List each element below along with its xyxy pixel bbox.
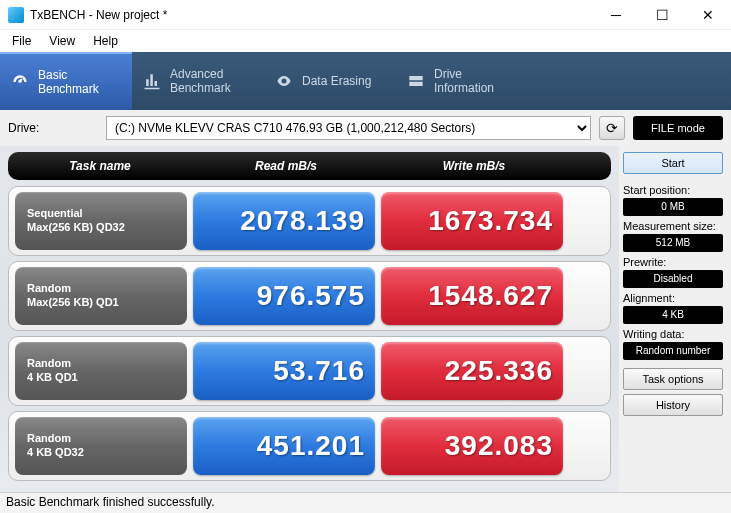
titlebar: TxBENCH - New project * ─ ☐ ✕ [0,0,731,30]
start-position-label: Start position: [623,184,723,196]
task-cell[interactable]: Random4 KB QD32 [15,417,187,475]
writing-data-value[interactable]: Random number [623,342,723,360]
refresh-button[interactable]: ⟳ [599,116,625,140]
drive-icon [406,71,426,91]
alignment-value[interactable]: 4 KB [623,306,723,324]
table-row: SequentialMax(256 KB) QD32 2078.139 1673… [8,186,611,256]
status-bar: Basic Benchmark finished successfully. [0,492,731,513]
task-cell[interactable]: Random4 KB QD1 [15,342,187,400]
prewrite-value[interactable]: Disabled [623,270,723,288]
measurement-size-value[interactable]: 512 MB [623,234,723,252]
tab-label: Information [434,81,494,95]
write-value: 225.336 [381,342,563,400]
writing-data-label: Writing data: [623,328,723,340]
menu-file[interactable]: File [4,32,39,50]
task-cell[interactable]: SequentialMax(256 KB) QD32 [15,192,187,250]
write-value: 1548.627 [381,267,563,325]
read-value: 2078.139 [193,192,375,250]
minimize-button[interactable]: ─ [593,0,639,29]
tab-label: Benchmark [38,82,99,96]
tab-label: Basic [38,68,99,82]
tab-label: Advanced [170,67,231,81]
tab-data-erasing[interactable]: Data Erasing [264,52,396,110]
benchmark-panel: Task name Read mB/s Write mB/s Sequentia… [0,146,619,492]
read-value: 976.575 [193,267,375,325]
gauge-icon [10,72,30,92]
chart-icon [142,71,162,91]
tab-basic-benchmark[interactable]: BasicBenchmark [0,52,132,110]
tab-label: Benchmark [170,81,231,95]
read-value: 451.201 [193,417,375,475]
drive-bar: Drive: (C:) NVMe KLEVV CRAS C710 476.93 … [0,110,731,146]
side-panel: Start Start position: 0 MB Measurement s… [619,146,731,492]
write-value: 1673.734 [381,192,563,250]
prewrite-label: Prewrite: [623,256,723,268]
table-row: RandomMax(256 KB) QD1 976.575 1548.627 [8,261,611,331]
menu-view[interactable]: View [41,32,83,50]
write-value: 392.083 [381,417,563,475]
tab-drive-information[interactable]: DriveInformation [396,52,528,110]
header-read: Read mB/s [192,159,380,173]
tab-label: Data Erasing [302,74,371,88]
tab-label: Drive [434,67,494,81]
tabs: BasicBenchmark AdvancedBenchmark Data Er… [0,52,731,110]
table-row: Random4 KB QD32 451.201 392.083 [8,411,611,481]
task-options-button[interactable]: Task options [623,368,723,390]
header-task: Task name [8,159,192,173]
window-title: TxBENCH - New project * [30,8,593,22]
refresh-icon: ⟳ [606,120,618,136]
header-write: Write mB/s [380,159,568,173]
measurement-size-label: Measurement size: [623,220,723,232]
drive-label: Drive: [8,121,98,135]
app-icon [8,7,24,23]
maximize-button[interactable]: ☐ [639,0,685,29]
read-value: 53.716 [193,342,375,400]
menu-help[interactable]: Help [85,32,126,50]
header-row: Task name Read mB/s Write mB/s [8,152,611,180]
history-button[interactable]: History [623,394,723,416]
table-row: Random4 KB QD1 53.716 225.336 [8,336,611,406]
start-button[interactable]: Start [623,152,723,174]
erase-icon [274,71,294,91]
start-position-value[interactable]: 0 MB [623,198,723,216]
file-mode-button[interactable]: FILE mode [633,116,723,140]
task-cell[interactable]: RandomMax(256 KB) QD1 [15,267,187,325]
tab-advanced-benchmark[interactable]: AdvancedBenchmark [132,52,264,110]
close-button[interactable]: ✕ [685,0,731,29]
alignment-label: Alignment: [623,292,723,304]
menubar: File View Help [0,30,731,52]
drive-select[interactable]: (C:) NVMe KLEVV CRAS C710 476.93 GB (1,0… [106,116,591,140]
